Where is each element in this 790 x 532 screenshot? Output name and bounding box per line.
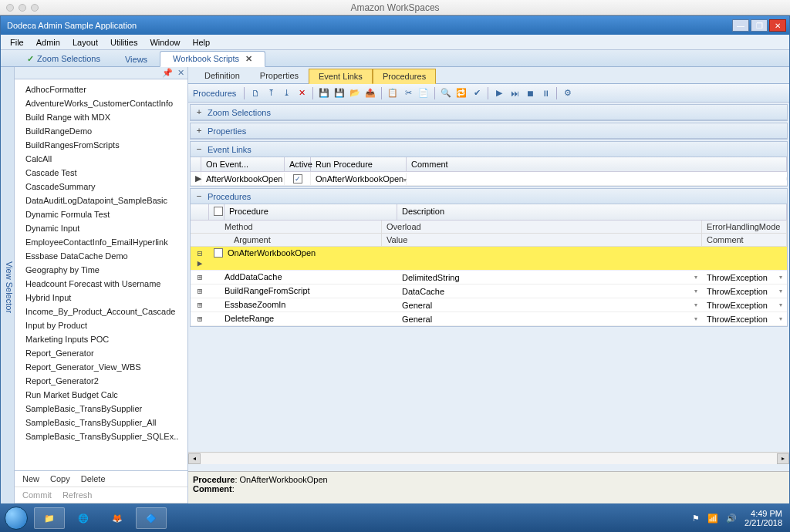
tree-item[interactable]: Input by Product	[15, 318, 187, 332]
copy-icon[interactable]: 📋	[387, 87, 399, 99]
taskbar-app[interactable]: 🔷	[136, 507, 167, 529]
tree-item[interactable]: Dynamic Formula Test	[15, 207, 187, 221]
mac-max[interactable]	[31, 4, 39, 12]
tree-item[interactable]: Build Range with MDX	[15, 110, 187, 124]
cell-errormode[interactable]: ThrowException▾	[702, 271, 787, 284]
delete-icon[interactable]: ✕	[295, 87, 308, 99]
tree-item[interactable]: AdhocFormatter	[15, 82, 187, 96]
script-tree[interactable]: AdhocFormatterAdventureWorks_CustomerCon…	[15, 79, 187, 470]
checkbox-icon[interactable]: ✓	[293, 174, 302, 184]
cell-method[interactable]: EssbaseZoomIn	[209, 298, 397, 311]
tree-item[interactable]: BuildRangesFromScripts	[15, 138, 187, 152]
tree-item[interactable]: Cascade Test	[15, 166, 187, 180]
tray-network-icon[interactable]: 📶	[707, 513, 718, 524]
chevron-down-icon[interactable]: ▾	[779, 288, 782, 295]
expand-icon[interactable]: ⊞	[191, 285, 209, 298]
tree-item[interactable]: SampleBasic_TransBySupplier	[15, 402, 187, 416]
insert-below-icon[interactable]: ⤓	[280, 87, 292, 99]
tree-item[interactable]: Run Market Budget Calc	[15, 388, 187, 402]
subtab-procedures[interactable]: Procedures	[373, 69, 436, 84]
col-comment[interactable]: Comment	[407, 157, 787, 171]
cell-procedure[interactable]: OnAfterWorkbookOpen	[225, 247, 413, 270]
section-procedures-header[interactable]: − Procedures	[191, 189, 787, 204]
procedure-row[interactable]: ⊞EssbaseZoomInGeneral▾ThrowException▾	[191, 298, 787, 312]
close-pane-icon[interactable]: ✕	[177, 68, 184, 78]
tray-flag-icon[interactable]: ⚑	[692, 513, 700, 524]
tree-item[interactable]: Headcount Forecast with Username	[15, 277, 187, 291]
insert-above-icon[interactable]: ⤒	[265, 87, 277, 99]
copy-button[interactable]: Copy	[50, 474, 70, 483]
settings-icon[interactable]: ⚙	[562, 87, 574, 99]
new-button[interactable]: New	[22, 474, 39, 483]
cell-overload[interactable]: DelimitedString▾	[397, 271, 702, 284]
new-doc-icon[interactable]: 🗋	[249, 87, 262, 99]
tray-speaker-icon[interactable]: 🔊	[726, 513, 737, 524]
cell-active[interactable]: ✓	[285, 172, 311, 185]
tree-item[interactable]: DataAuditLogDatapoint_SampleBasic	[15, 194, 187, 207]
section-zoom-header[interactable]: + Zoom Selections	[191, 105, 787, 120]
procedure-row[interactable]: ⊞DeleteRangeGeneral▾ThrowException▾	[191, 312, 787, 326]
chevron-down-icon[interactable]: ▾	[694, 274, 697, 281]
procedure-row-selected[interactable]: ⊟ ▶ OnAfterWorkbookOpen	[191, 247, 787, 271]
tree-item[interactable]: Essbase DataCache Demo	[15, 249, 187, 263]
procedure-row[interactable]: ⊞AddDataCacheDelimitedString▾ThrowExcept…	[191, 271, 787, 285]
delete-button[interactable]: Delete	[81, 474, 106, 483]
col-argument[interactable]: Argument	[191, 234, 382, 246]
mac-close[interactable]	[6, 4, 14, 12]
open-icon[interactable]: 📂	[349, 87, 361, 99]
expand-icon[interactable]: +	[195, 107, 203, 117]
expand-icon[interactable]: ⊞	[191, 298, 209, 311]
cut-icon[interactable]: ✂	[402, 87, 414, 99]
run-icon[interactable]: ▶	[493, 87, 505, 99]
tab-zoom-selections[interactable]: ✓Zoom Selections	[15, 52, 113, 66]
tree-item[interactable]: CalcAll	[15, 152, 187, 166]
tree-item[interactable]: Income_By_Product_Account_Cascade	[15, 305, 187, 318]
procedure-row[interactable]: ⊞BuildRangeFromScriptDataCache▾ThrowExce…	[191, 285, 787, 298]
refresh-button[interactable]: Refresh	[62, 490, 93, 500]
cell-method[interactable]: AddDataCache	[209, 271, 397, 284]
menu-admin[interactable]: Admin	[30, 38, 66, 47]
col-comment2[interactable]: Comment	[702, 234, 787, 246]
taskbar-ie[interactable]: 🌐	[68, 507, 99, 529]
find-icon[interactable]: 🔍	[440, 87, 452, 99]
checkbox-icon[interactable]	[214, 207, 223, 216]
minimize-button[interactable]: —	[732, 19, 749, 32]
col-overload[interactable]: Overload	[382, 221, 702, 233]
subtab-definition[interactable]: Definition	[194, 68, 250, 83]
tree-item[interactable]: SampleBasic_TransBySupplier_All	[15, 416, 187, 429]
col-errormode[interactable]: ErrorHandlingMode	[702, 221, 787, 233]
mac-min[interactable]	[19, 4, 26, 12]
cell-errormode[interactable]: ThrowException▾	[702, 298, 787, 311]
pin-icon[interactable]: 📌	[162, 68, 173, 78]
expand-icon[interactable]: ⊞	[191, 271, 209, 284]
break-icon[interactable]: ⏸	[539, 87, 552, 99]
subtab-properties[interactable]: Properties	[250, 68, 309, 83]
scroll-track[interactable]	[201, 453, 777, 464]
col-run-proc[interactable]: Run Procedure	[311, 157, 407, 171]
menu-file[interactable]: File	[4, 38, 30, 47]
chevron-down-icon[interactable]: ▾	[779, 274, 782, 281]
chevron-down-icon[interactable]: ▾	[694, 288, 697, 295]
menu-window[interactable]: Window	[143, 38, 186, 47]
tab-workbook-scripts[interactable]: Workbook Scripts✕	[160, 51, 265, 67]
menu-layout[interactable]: Layout	[66, 38, 104, 47]
cell-comment[interactable]	[407, 177, 787, 180]
tree-item[interactable]: Report_Generator2	[15, 374, 187, 388]
close-button[interactable]: ✕	[769, 19, 786, 32]
checkbox-icon[interactable]	[214, 248, 223, 258]
tree-item[interactable]: Report_Generator	[15, 346, 187, 360]
section-event-links-header[interactable]: − Event Links	[191, 142, 787, 157]
menu-utilities[interactable]: Utilities	[104, 38, 143, 47]
col-on-event[interactable]: On Event...	[201, 157, 285, 171]
tree-item[interactable]: AdventureWorks_CustomerContactInfo	[15, 96, 187, 110]
tree-item[interactable]: Marketing Inputs POC	[15, 332, 187, 346]
cell-method[interactable]: BuildRangeFromScript	[209, 285, 397, 298]
replace-icon[interactable]: 🔁	[455, 87, 468, 99]
chevron-down-icon[interactable]: ▾	[779, 301, 782, 308]
taskbar-firefox[interactable]: 🦊	[102, 507, 133, 529]
tree-item[interactable]: Geography by Time	[15, 263, 187, 277]
tree-item[interactable]: EmployeeContactInfo_EmailHyperlink	[15, 235, 187, 249]
subtab-event-links[interactable]: Event Links	[309, 69, 373, 84]
tree-item[interactable]: BuildRangeDemo	[15, 124, 187, 138]
tree-item[interactable]: Report_Generator_View_WBS	[15, 360, 187, 374]
